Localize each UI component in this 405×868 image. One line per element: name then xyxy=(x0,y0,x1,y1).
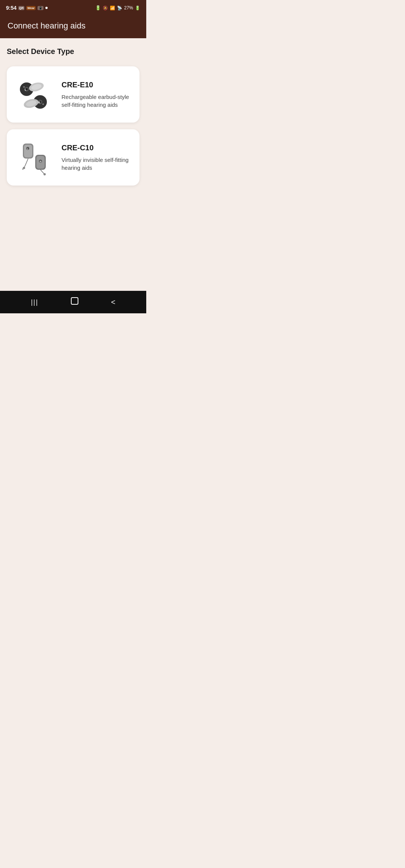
home-button[interactable] xyxy=(64,293,85,311)
svg-point-24 xyxy=(22,168,24,170)
recent-apps-button[interactable]: ||| xyxy=(25,295,44,309)
device-desc-cre-c10: Virtually invisible self-fitting hearing… xyxy=(62,156,133,172)
main-content: Select Device Type xyxy=(0,38,146,291)
battery-percent: 27% xyxy=(124,5,133,10)
device-name-cre-e10: CRE-E10 xyxy=(62,81,133,89)
svg-rect-25 xyxy=(71,298,78,304)
page-title: Connect hearing aids xyxy=(8,21,139,31)
status-time: 9:54 xyxy=(6,5,16,11)
wear-icon: Wear xyxy=(26,6,36,10)
device-card-cre-e10[interactable]: L R CRE-E10 Rechargeable earbud-style se… xyxy=(7,66,140,123)
wifi-icon: 📶 xyxy=(110,6,115,10)
ric-svg: L R xyxy=(15,138,54,177)
device-name-cre-c10: CRE-C10 xyxy=(62,144,133,152)
phone-icon: 📱 xyxy=(38,6,44,10)
svg-text:R: R xyxy=(38,101,40,104)
earbud-svg: L R xyxy=(15,75,54,114)
qr-icon: QR xyxy=(18,6,24,10)
home-icon xyxy=(70,296,79,305)
battery-save-icon: 🔋 xyxy=(95,5,101,10)
battery-icon: 🔋 xyxy=(135,6,140,10)
status-left: 9:54 QR Wear 📱 xyxy=(6,5,48,11)
device-image-cre-e10: L R xyxy=(14,74,55,115)
status-bar: 9:54 QR Wear 📱 🔋 🔕 📶 📡 27% 🔋 xyxy=(0,0,146,15)
device-card-cre-c10[interactable]: L R CRE-C10 Virtually invisible self-fit… xyxy=(7,129,140,186)
status-right: 🔋 🔕 📶 📡 27% 🔋 xyxy=(95,5,140,10)
navigation-bar: ||| < xyxy=(0,291,146,313)
section-title: Select Device Type xyxy=(7,47,140,56)
signal-icon: 📡 xyxy=(117,6,122,10)
device-desc-cre-e10: Rechargeable earbud-style self-fitting h… xyxy=(62,93,133,109)
device-info-cre-c10: CRE-C10 Virtually invisible self-fitting… xyxy=(62,144,133,172)
page-header: Connect hearing aids xyxy=(0,15,146,38)
svg-text:R: R xyxy=(40,160,42,163)
svg-rect-15 xyxy=(24,145,32,157)
device-image-cre-c10: L R xyxy=(14,137,55,178)
svg-point-9 xyxy=(42,103,44,105)
svg-point-23 xyxy=(44,173,46,175)
notification-dot xyxy=(45,7,48,9)
svg-point-3 xyxy=(23,86,25,88)
back-button[interactable]: < xyxy=(105,295,122,310)
device-info-cre-e10: CRE-E10 Rechargeable earbud-style self-f… xyxy=(62,81,133,109)
svg-text:L: L xyxy=(27,148,28,150)
mute-icon: 🔕 xyxy=(103,6,108,10)
svg-text:L: L xyxy=(25,88,27,91)
